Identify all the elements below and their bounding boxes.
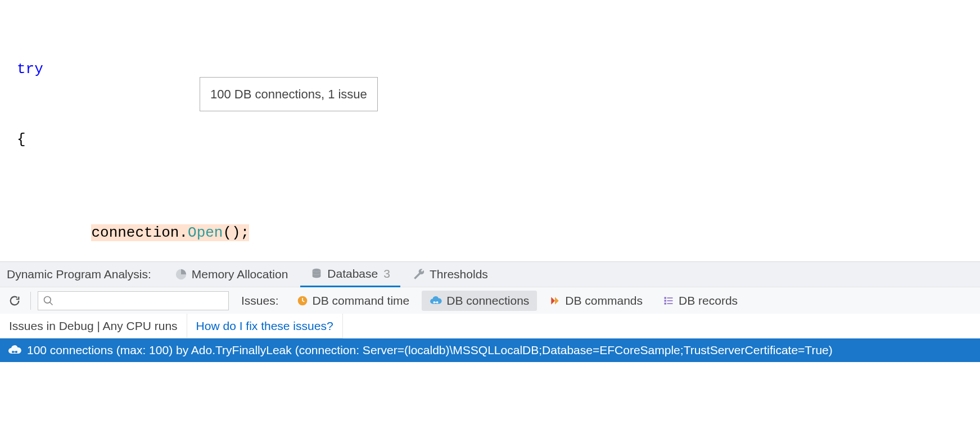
issue-row[interactable]: 100 connections (max: 100) by Ado.TryFin… [0, 338, 980, 362]
inline-tooltip[interactable]: 100 DB connections, 1 issue [200, 77, 378, 111]
help-link[interactable]: How do I fix these issues? [187, 314, 343, 338]
search-input[interactable] [57, 294, 224, 307]
svg-rect-10 [667, 300, 673, 301]
filter-db-connections[interactable]: DB connections [422, 291, 537, 311]
context-tab[interactable]: Issues in Debug | Any CPU runs [0, 314, 187, 338]
filter-db-records[interactable]: DB records [655, 291, 746, 311]
database-icon [310, 268, 323, 280]
panel-title: Dynamic Program Analysis: [7, 268, 151, 281]
issues-label: Issues: [241, 294, 279, 308]
keyword-try: try [17, 61, 43, 78]
dpa-panel: Dynamic Program Analysis: Memory Allocat… [0, 261, 980, 434]
search-box[interactable] [38, 291, 229, 310]
svg-rect-9 [665, 300, 666, 301]
tab-thresholds[interactable]: Thresholds [403, 262, 498, 287]
svg-rect-11 [665, 302, 666, 304]
list-icon [663, 295, 674, 306]
panel-tab-bar: Dynamic Program Analysis: Memory Allocat… [0, 261, 980, 287]
svg-point-0 [313, 268, 321, 272]
filter-label: DB records [679, 294, 738, 308]
tab-label: Database [327, 267, 378, 281]
tab-memory-allocation[interactable]: Memory Allocation [165, 262, 299, 287]
svg-rect-8 [667, 297, 673, 299]
refresh-button[interactable] [6, 292, 24, 310]
filter-label: DB command time [313, 294, 410, 308]
tab-badge: 3 [383, 267, 390, 281]
filter-db-command-time[interactable]: DB command time [289, 291, 418, 311]
pie-chart-icon [175, 268, 187, 281]
brace-open: { [17, 128, 963, 152]
cloud-link-icon [430, 296, 442, 306]
panel-toolbar: Issues: DB command time DB connections D… [0, 287, 980, 314]
tab-label: Thresholds [430, 268, 488, 281]
filter-db-commands[interactable]: DB commands [541, 291, 651, 311]
tab-database[interactable]: Database 3 [300, 262, 400, 287]
svg-rect-12 [667, 303, 673, 304]
issue-text: 100 connections (max: 100) by Ado.TryFin… [27, 343, 833, 357]
search-icon [43, 295, 54, 306]
filter-label: DB commands [565, 294, 643, 308]
double-chevron-icon [549, 295, 561, 306]
svg-point-1 [44, 296, 51, 303]
filter-label: DB connections [446, 294, 529, 308]
cloud-link-icon [8, 345, 21, 356]
svg-rect-7 [665, 297, 666, 299]
clock-icon [297, 295, 308, 306]
wrench-icon [413, 268, 425, 281]
sub-bar: Issues in Debug | Any CPU runs How do I … [0, 314, 980, 338]
hl-connection-open: connection.Open(); [91, 224, 249, 241]
separator [30, 292, 31, 310]
tab-label: Memory Allocation [192, 268, 288, 281]
svg-line-2 [50, 302, 53, 305]
